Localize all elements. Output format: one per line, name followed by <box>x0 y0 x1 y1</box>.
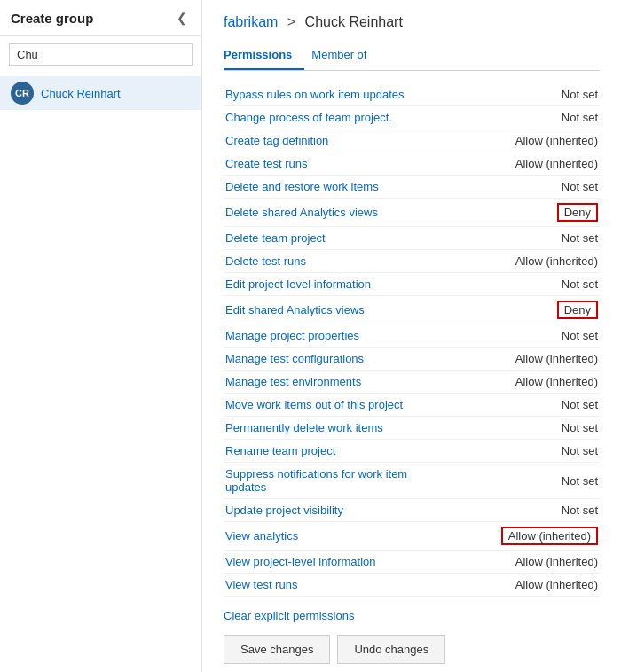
permission-value: Not set <box>449 324 600 348</box>
permission-value: Not set <box>449 394 600 417</box>
table-row: Manage project propertiesNot set <box>224 324 600 348</box>
tab-permissions[interactable]: Permissions <box>224 43 304 70</box>
permission-name[interactable]: Create tag definition <box>224 129 449 152</box>
search-input-wrapper <box>0 36 201 73</box>
table-row: Manage test configurationsAllow (inherit… <box>224 348 600 371</box>
breadcrumb-org[interactable]: fabrikam <box>224 14 278 29</box>
table-row: View analyticsAllow (inherited) <box>224 522 600 551</box>
user-list: CR Chuck Reinhart <box>0 73 201 113</box>
buttons-row: Save changes Undo changes <box>224 635 600 664</box>
tabs: Permissions Member of <box>224 43 600 71</box>
permission-value: Deny <box>449 296 600 324</box>
permission-value: Not set <box>449 499 600 522</box>
permission-name[interactable]: View project-level information <box>224 551 449 574</box>
user-list-item[interactable]: CR Chuck Reinhart <box>0 76 201 110</box>
search-input[interactable] <box>9 43 193 66</box>
permission-name[interactable]: Delete test runs <box>224 250 449 273</box>
permission-name[interactable]: Bypass rules on work item updates <box>224 83 449 106</box>
undo-changes-button[interactable]: Undo changes <box>337 635 445 664</box>
permission-value: Not set <box>449 106 600 129</box>
permission-value: Deny <box>449 199 600 227</box>
table-row: Create test runsAllow (inherited) <box>224 152 600 176</box>
permission-name[interactable]: Manage project properties <box>224 324 449 348</box>
table-row: Permanently delete work itemsNot set <box>224 417 600 440</box>
permission-name[interactable]: View test runs <box>224 574 449 597</box>
avatar: CR <box>11 82 34 105</box>
permission-name[interactable]: Move work items out of this project <box>224 394 449 417</box>
permission-name[interactable]: Create test runs <box>224 152 449 176</box>
table-row: Edit project-level informationNot set <box>224 273 600 296</box>
clear-explicit-permissions-link[interactable]: Clear explicit permissions <box>224 609 600 622</box>
permission-value: Allow (inherited) <box>449 250 600 273</box>
table-row: Delete and restore work itemsNot set <box>224 176 600 199</box>
allow-inherited-badge: Allow (inherited) <box>501 527 598 545</box>
permissions-tbody: Bypass rules on work item updatesNot set… <box>224 83 600 597</box>
table-row: Suppress notifications for work item upd… <box>224 463 600 499</box>
table-row: Delete shared Analytics viewsDeny <box>224 199 600 227</box>
permission-name[interactable]: Rename team project <box>224 440 449 463</box>
table-row: View test runsAllow (inherited) <box>224 574 600 597</box>
permission-value: Not set <box>449 83 600 106</box>
permission-value: Not set <box>449 417 600 440</box>
permission-value: Allow (inherited) <box>449 551 600 574</box>
table-row: Update project visibilityNot set <box>224 499 600 522</box>
permission-value: Allow (inherited) <box>449 371 600 394</box>
collapse-button[interactable]: ❮ <box>173 9 191 27</box>
breadcrumb-current: Chuck Reinhart <box>305 14 403 29</box>
permissions-table: Bypass rules on work item updatesNot set… <box>224 83 600 597</box>
permission-value: Not set <box>449 227 600 250</box>
save-changes-button[interactable]: Save changes <box>224 635 330 664</box>
table-row: Delete test runsAllow (inherited) <box>224 250 600 273</box>
permission-name[interactable]: Change process of team project. <box>224 106 449 129</box>
deny-badge: Deny <box>557 203 598 222</box>
table-row: Manage test environmentsAllow (inherited… <box>224 371 600 394</box>
permission-name[interactable]: Suppress notifications for work item upd… <box>224 463 449 499</box>
permission-name[interactable]: View analytics <box>224 522 449 551</box>
breadcrumb: fabrikam > Chuck Reinhart <box>224 14 600 30</box>
permission-value: Not set <box>449 463 600 499</box>
table-row: Edit shared Analytics viewsDeny <box>224 296 600 324</box>
tab-member-of[interactable]: Member of <box>311 43 379 70</box>
permission-name[interactable]: Permanently delete work items <box>224 417 449 440</box>
permission-value: Allow (inherited) <box>449 152 600 176</box>
table-row: Move work items out of this projectNot s… <box>224 394 600 417</box>
sidebar: Create group ❮ CR Chuck Reinhart <box>0 0 202 672</box>
permission-value: Not set <box>449 440 600 463</box>
permission-name[interactable]: Delete shared Analytics views <box>224 199 449 227</box>
table-row: Bypass rules on work item updatesNot set <box>224 83 600 106</box>
permission-name[interactable]: Edit shared Analytics views <box>224 296 449 324</box>
deny-badge: Deny <box>557 301 598 319</box>
user-name: Chuck Reinhart <box>41 87 121 100</box>
sidebar-title: Create group <box>11 11 93 26</box>
permission-value: Allow (inherited) <box>449 348 600 371</box>
permission-name[interactable]: Manage test environments <box>224 371 449 394</box>
table-row: View project-level informationAllow (inh… <box>224 551 600 574</box>
permission-name[interactable]: Update project visibility <box>224 499 449 522</box>
permission-value: Allow (inherited) <box>449 574 600 597</box>
permission-value: Not set <box>449 273 600 296</box>
permission-value: Allow (inherited) <box>449 522 600 551</box>
permission-name[interactable]: Delete team project <box>224 227 449 250</box>
permission-name[interactable]: Manage test configurations <box>224 348 449 371</box>
table-row: Create tag definitionAllow (inherited) <box>224 129 600 152</box>
permission-name[interactable]: Edit project-level information <box>224 273 449 296</box>
permission-value: Allow (inherited) <box>449 129 600 152</box>
main-content: fabrikam > Chuck Reinhart Permissions Me… <box>202 0 621 672</box>
permission-value: Not set <box>449 176 600 199</box>
table-row: Rename team projectNot set <box>224 440 600 463</box>
permission-name[interactable]: Delete and restore work items <box>224 176 449 199</box>
sidebar-header: Create group ❮ <box>0 0 201 36</box>
breadcrumb-separator: > <box>287 14 295 29</box>
table-row: Delete team projectNot set <box>224 227 600 250</box>
table-row: Change process of team project.Not set <box>224 106 600 129</box>
